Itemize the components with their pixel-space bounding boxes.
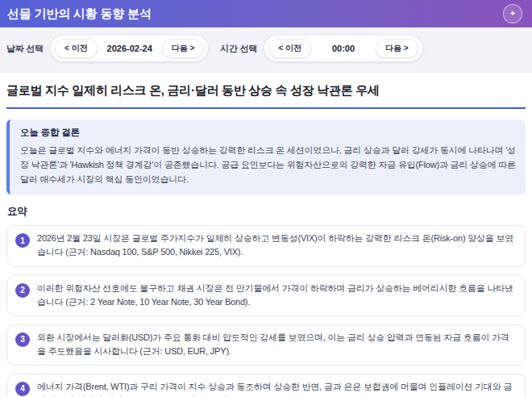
item-number-badge: 1	[15, 233, 30, 248]
summary-item: 1 2026년 2월 23일 시장은 글로벌 주가지수가 일제히 상승하고 변동…	[6, 225, 526, 266]
time-value: 00:00	[314, 44, 372, 53]
theme-toggle-button[interactable]: ✦	[503, 4, 522, 23]
conclusion-body: 오늘은 글로벌 지수와 에너지 가격이 동반 상승하는 강력한 리스크 온 세션…	[20, 144, 516, 186]
time-select-label: 시간 선택	[220, 43, 257, 55]
page-title: 선물 기반의 시황 동향 분석	[7, 6, 152, 22]
date-prev-button[interactable]: < 이전	[55, 39, 98, 58]
report-title: 글로벌 지수 일제히 리스크 온, 금리·달러 동반 상승 속 성장 낙관론 우…	[6, 80, 526, 109]
date-value: 2026-02-24	[101, 44, 159, 53]
toolbar: 날짜 선택 < 이전 2026-02-24 다음 > 시간 선택 < 이전 00…	[0, 27, 532, 73]
summary-item: 3 외환 시장에서는 달러화(USD)가 주요 통화 대비 압도적인 강세를 보…	[6, 324, 526, 366]
summary-heading: 요약	[7, 205, 526, 219]
date-select-label: 날짜 선택	[6, 43, 44, 55]
summary-item-text: 2026년 2월 23일 시장은 글로벌 주가지수가 일제히 상승하고 변동성(…	[37, 232, 515, 259]
summary-item-text: 이러한 위험자산 선호에도 불구하고 채권 시장은 전 만기물에서 가격이 하락…	[37, 282, 515, 309]
conclusion-box: 오늘 종합 결론 오늘은 글로벌 지수와 에너지 가격이 동반 상승하는 강력한…	[6, 119, 526, 194]
sparkle-icon: ✦	[509, 10, 516, 18]
item-number-badge: 3	[15, 332, 30, 347]
item-number-badge: 2	[15, 283, 30, 298]
item-number-badge: 4	[15, 382, 30, 396]
summary-item-text: 에너지 가격(Brent, WTI)과 구리 가격이 지수 상승과 동조하며 상…	[37, 380, 515, 397]
date-selector: < 이전 2026-02-24 다음 >	[51, 36, 208, 61]
report-content: 글로벌 지수 일제히 리스크 온, 금리·달러 동반 상승 속 성장 낙관론 우…	[0, 73, 532, 397]
summary-item: 4 에너지 가격(Brent, WTI)과 구리 가격이 지수 상승과 동조하며…	[6, 374, 526, 397]
conclusion-heading: 오늘 종합 결론	[20, 127, 516, 139]
app-header: 선물 기반의 시황 동향 분석 ✦	[0, 0, 532, 27]
date-next-button[interactable]: 다음 >	[162, 39, 205, 58]
summary-item: 2 이러한 위험자산 선호에도 불구하고 채권 시장은 전 만기물에서 가격이 …	[6, 275, 526, 316]
summary-item-text: 외환 시장에서는 달러화(USD)가 주요 통화 대비 압도적인 강세를 보였으…	[37, 331, 515, 358]
time-selector: < 이전 00:00 다음 >	[264, 36, 422, 61]
time-next-button[interactable]: 다음 >	[376, 39, 418, 58]
time-prev-button[interactable]: < 이전	[268, 39, 311, 58]
